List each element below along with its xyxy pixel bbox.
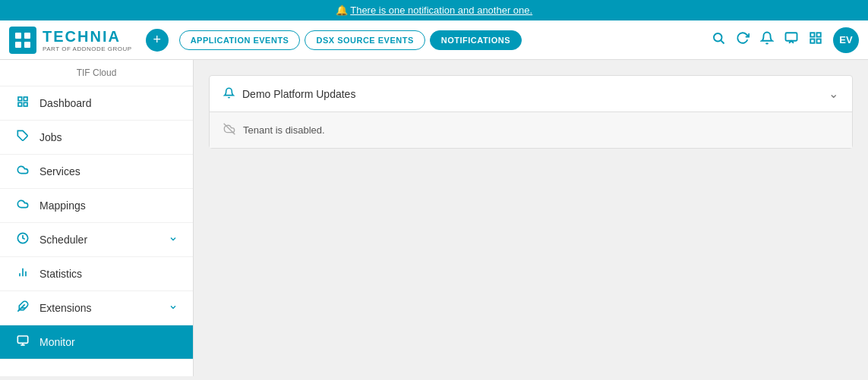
notification-bell-icon: 🔔 bbox=[336, 5, 348, 16]
sidebar-item-label-scheduler: Scheduler bbox=[39, 234, 159, 246]
notification-link[interactable]: There is one notification and another on… bbox=[350, 5, 532, 16]
tenant-disabled-text: Tenant is disabled. bbox=[243, 124, 325, 136]
logo-name: TECHNIA bbox=[43, 28, 132, 46]
clock-icon bbox=[15, 232, 30, 247]
sidebar-item-monitor[interactable]: Monitor bbox=[0, 325, 193, 360]
monitor-icon bbox=[15, 334, 30, 350]
notification-card-chevron: ⌄ bbox=[829, 86, 838, 101]
tag-icon bbox=[15, 130, 30, 145]
sidebar-item-label-dashboard: Dashboard bbox=[39, 97, 178, 109]
nav-tab-notifications[interactable]: NOTIFICATIONS bbox=[430, 30, 522, 50]
svg-rect-0 bbox=[15, 33, 21, 39]
svg-rect-2 bbox=[15, 42, 21, 48]
svg-rect-13 bbox=[24, 102, 27, 106]
logo-wrapper: TECHNIA PART OF ADDNODE GROUP bbox=[9, 27, 132, 54]
svg-rect-11 bbox=[18, 97, 22, 101]
sidebar-item-label-monitor: Monitor bbox=[39, 336, 178, 348]
logo-icon bbox=[9, 27, 36, 54]
notification-card: Demo Platform Updates ⌄ Tenant is disabl… bbox=[209, 75, 853, 149]
chat-icon[interactable] bbox=[784, 31, 798, 49]
sidebar-item-dashboard[interactable]: Dashboard bbox=[0, 86, 193, 121]
cloud-icon bbox=[15, 164, 30, 179]
sidebar-item-label-mappings: Mappings bbox=[39, 199, 178, 212]
logo-sub: PART OF ADDNODE GROUP bbox=[43, 46, 132, 52]
svg-line-5 bbox=[721, 40, 724, 43]
svg-rect-7 bbox=[810, 33, 814, 36]
notification-card-title: Demo Platform Updates bbox=[242, 88, 355, 100]
sidebar-item-label-services: Services bbox=[39, 165, 178, 177]
notification-card-bell-icon bbox=[223, 87, 235, 101]
sidebar-item-scheduler[interactable]: Scheduler bbox=[0, 223, 193, 257]
sidebar-items: DashboardJobsServicesMappingsSchedulerSt… bbox=[0, 86, 193, 360]
disabled-cloud-icon bbox=[223, 123, 235, 137]
apps-icon[interactable] bbox=[809, 31, 822, 49]
bar-chart-icon bbox=[15, 266, 30, 281]
sidebar-item-mappings[interactable]: Mappings bbox=[0, 189, 193, 223]
chevron-down-icon bbox=[169, 234, 178, 246]
nav-tab-app-events[interactable]: APPLICATION EVENTS bbox=[179, 30, 301, 50]
sidebar-item-label-jobs: Jobs bbox=[39, 131, 178, 143]
sidebar-item-label-statistics: Statistics bbox=[39, 268, 178, 280]
notification-card-body: Tenant is disabled. bbox=[210, 111, 852, 148]
add-button[interactable]: + bbox=[146, 29, 169, 52]
sidebar-item-statistics[interactable]: Statistics bbox=[0, 257, 193, 291]
puzzle-icon bbox=[15, 300, 30, 316]
svg-point-4 bbox=[714, 33, 722, 42]
notification-card-header-left: Demo Platform Updates bbox=[223, 87, 355, 101]
svg-rect-22 bbox=[17, 336, 27, 343]
nav-tab-dsx-events[interactable]: DSX SOURCE EVENTS bbox=[305, 30, 425, 50]
svg-rect-10 bbox=[810, 39, 814, 43]
notification-bar: 🔔 There is one notification and another … bbox=[0, 0, 868, 20]
notification-card-header[interactable]: Demo Platform Updates ⌄ bbox=[210, 76, 852, 111]
svg-rect-9 bbox=[817, 39, 821, 43]
sidebar: TIF Cloud DashboardJobsServicesMappingsS… bbox=[0, 60, 194, 376]
main-content: Demo Platform Updates ⌄ Tenant is disabl… bbox=[194, 60, 868, 376]
grid-icon bbox=[15, 96, 30, 111]
logo-text: TECHNIA PART OF ADDNODE GROUP bbox=[43, 28, 132, 52]
sidebar-item-extensions[interactable]: Extensions bbox=[0, 291, 193, 325]
header: TECHNIA PART OF ADDNODE GROUP + APPLICAT… bbox=[0, 20, 868, 60]
sidebar-item-services[interactable]: Services bbox=[0, 155, 193, 189]
svg-rect-12 bbox=[24, 97, 27, 101]
sidebar-title: TIF Cloud bbox=[0, 60, 193, 86]
cloud-outline-icon bbox=[15, 198, 30, 213]
bell-icon[interactable] bbox=[760, 31, 774, 49]
svg-rect-6 bbox=[786, 33, 797, 41]
chevron-down-icon bbox=[169, 303, 178, 314]
nav-tabs: APPLICATION EVENTSDSX SOURCE EVENTSNOTIF… bbox=[179, 30, 704, 50]
search-icon[interactable] bbox=[712, 31, 725, 49]
svg-rect-8 bbox=[817, 33, 821, 36]
layout: TIF Cloud DashboardJobsServicesMappingsS… bbox=[0, 60, 868, 376]
technia-logo-svg bbox=[14, 32, 31, 49]
svg-rect-14 bbox=[18, 102, 22, 106]
refresh-icon[interactable] bbox=[736, 31, 750, 49]
svg-rect-3 bbox=[24, 42, 30, 48]
sidebar-item-label-extensions: Extensions bbox=[39, 302, 159, 314]
header-actions: EV bbox=[712, 27, 859, 53]
svg-rect-1 bbox=[24, 33, 30, 39]
avatar[interactable]: EV bbox=[833, 27, 859, 53]
sidebar-item-jobs[interactable]: Jobs bbox=[0, 121, 193, 155]
